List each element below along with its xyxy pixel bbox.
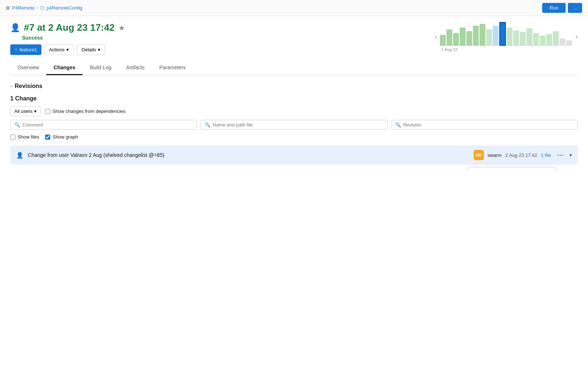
chart-bar xyxy=(526,28,532,46)
actions-label: Actions xyxy=(49,47,65,52)
user-dropdown[interactable]: All users ▾ xyxy=(10,106,41,116)
config-icon: ☐ xyxy=(40,5,44,11)
chart-bar xyxy=(440,35,446,46)
show-graph-label: Show graph xyxy=(52,134,78,140)
chart-bar xyxy=(446,29,452,46)
filter-row: All users ▾ Show changes from dependenci… xyxy=(10,106,578,116)
main-content: 👤 #7 at 2 Aug 23 17:42 ★ Success ⑂ featu… xyxy=(0,16,588,170)
dependencies-checkbox[interactable] xyxy=(45,109,50,114)
change-expand-button[interactable]: ▾ xyxy=(569,152,572,158)
tab-overview[interactable]: Overview xyxy=(10,61,46,75)
more-button[interactable]: ... xyxy=(568,3,582,13)
comment-search-input[interactable] xyxy=(22,122,193,128)
chart-bar xyxy=(499,22,506,46)
actions-button[interactable]: Actions ▾ xyxy=(44,44,74,55)
chart-bar xyxy=(540,36,545,46)
grid-icon: ⊞ xyxy=(6,5,10,11)
chart-bar xyxy=(546,34,552,46)
breadcrumb-separator: / xyxy=(37,5,38,11)
name-path-search-field: 🔍 xyxy=(201,120,387,130)
branch-icon: ⑂ xyxy=(15,47,18,52)
chart-bar xyxy=(453,33,459,46)
build-title-area: 👤 #7 at 2 Aug 23 17:42 ★ Success ⑂ featu… xyxy=(10,22,125,55)
section-header[interactable]: › Revisions xyxy=(10,83,578,89)
status-badge: Success xyxy=(22,35,125,41)
chart-bar xyxy=(493,26,499,46)
chart-bar xyxy=(507,27,512,46)
change-meta: SW swarm 2 Aug 23 17:42 1 file ⋯ ▾ xyxy=(474,150,572,160)
revision-search-field: 🔍 xyxy=(391,120,578,130)
chart-next-button[interactable]: › xyxy=(576,33,578,41)
details-label: Details xyxy=(81,47,96,52)
comment-search-icon: 🔍 xyxy=(14,122,20,128)
tab-artifacts[interactable]: Artifacts xyxy=(119,61,152,75)
build-title: #7 at 2 Aug 23 17:42 xyxy=(24,22,115,33)
file-count: 1 file xyxy=(541,152,551,158)
revisions-section: › Revisions 1 Change All users ▾ Show ch… xyxy=(10,83,578,165)
change-user-icon: 👤 xyxy=(16,152,23,159)
show-graph-checkbox[interactable] xyxy=(45,135,50,140)
details-button[interactable]: Details ▾ xyxy=(77,44,105,55)
tab-parameters[interactable]: Parameters xyxy=(152,61,193,75)
swarm-user: swarm xyxy=(488,152,501,158)
user-dropdown-chevron: ▾ xyxy=(34,108,37,114)
chart-bar xyxy=(533,33,539,46)
tab-changes[interactable]: Changes xyxy=(46,61,82,75)
chart-bars xyxy=(438,22,574,46)
details-chevron: ▾ xyxy=(98,47,100,52)
name-path-search-input[interactable] xyxy=(213,122,383,128)
tab-build-log[interactable]: Build Log xyxy=(82,61,118,75)
chart-bar xyxy=(513,30,519,46)
chart-bar xyxy=(520,32,526,46)
header-actions: Run ... xyxy=(542,3,582,13)
change-date: 2 Aug 23 17:42 xyxy=(505,152,537,158)
show-files-label-container[interactable]: Show files xyxy=(10,134,39,140)
show-options-row: Show files Show graph xyxy=(10,134,578,140)
chart-container: 1 Aug 23 xyxy=(438,22,574,52)
chart-bar xyxy=(486,29,492,46)
dependencies-checkbox-label[interactable]: Show changes from dependencies xyxy=(45,108,125,114)
change-dots-button[interactable]: ⋯ xyxy=(555,151,566,159)
revision-search-input[interactable] xyxy=(403,122,574,128)
change-row: 👤 Change from user Valravn 2 Aug (shelve… xyxy=(10,146,578,165)
show-files-checkbox[interactable] xyxy=(10,135,15,140)
chart-label: 1 Aug 23 xyxy=(441,47,574,52)
context-menu-item-1[interactable]: Open in Helix Swarm xyxy=(468,170,555,170)
star-icon[interactable]: ★ xyxy=(118,23,125,32)
run-button[interactable]: Run xyxy=(542,3,566,13)
swarm-badge: SW xyxy=(474,150,484,160)
build-user-icon: 👤 xyxy=(10,23,20,33)
chart-bar xyxy=(466,31,472,46)
chart-bar xyxy=(479,24,485,46)
name-path-search-icon: 🔍 xyxy=(205,122,210,128)
config-name[interactable]: p4RemoteConfig xyxy=(47,5,82,11)
search-row: 🔍 🔍 🔍 xyxy=(10,120,578,130)
section-chevron: › xyxy=(10,84,12,89)
chart-bar xyxy=(559,38,565,46)
chart-bar xyxy=(553,31,559,46)
branch-label: feature1 xyxy=(19,47,37,52)
changes-count: 1 Change xyxy=(10,95,578,102)
top-bar: ⊞ P4Remote / ☐ p4RemoteConfig Run ... xyxy=(0,0,588,16)
context-menu: Open in Helix Swarm Download patch Downl… xyxy=(468,168,556,170)
chart-prev-button[interactable]: ‹ xyxy=(435,33,437,41)
dependencies-label: Show changes from dependencies xyxy=(52,108,125,114)
revision-search-icon: 🔍 xyxy=(395,122,401,128)
comment-search-field: 🔍 xyxy=(10,120,197,130)
branch-button[interactable]: ⑂ feature1 xyxy=(10,44,41,55)
actions-chevron: ▾ xyxy=(66,47,69,52)
user-dropdown-label: All users xyxy=(14,108,33,114)
section-title: Revisions xyxy=(15,83,43,89)
build-title-row: 👤 #7 at 2 Aug 23 17:42 ★ xyxy=(10,22,125,33)
chart-area: ‹ 1 Aug 23 › xyxy=(435,22,578,52)
show-graph-label-container[interactable]: Show graph xyxy=(45,134,78,140)
tabs-bar: Overview Changes Build Log Artifacts Par… xyxy=(10,61,578,76)
chart-bar xyxy=(473,26,479,46)
breadcrumb: ⊞ P4Remote / ☐ p4RemoteConfig xyxy=(6,5,82,11)
chart-bar xyxy=(460,27,466,46)
build-header: 👤 #7 at 2 Aug 23 17:42 ★ Success ⑂ featu… xyxy=(10,22,578,55)
change-text: Change from user Valravn 2 Aug (shelved … xyxy=(28,152,469,158)
app-name[interactable]: P4Remote xyxy=(12,5,34,11)
show-files-label: Show files xyxy=(18,134,39,140)
chart-bar xyxy=(566,40,572,46)
